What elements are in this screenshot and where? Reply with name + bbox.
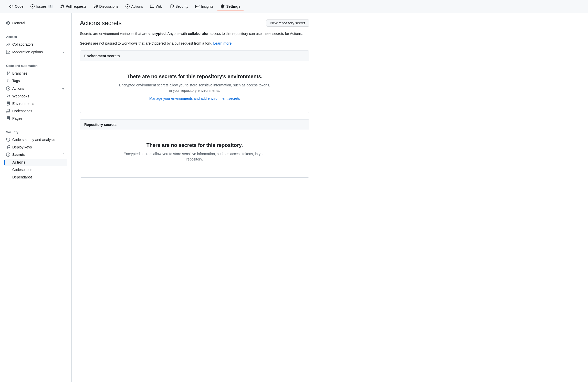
sidebar-divider-2 [4,59,67,59]
sidebar-item-pages[interactable]: Pages [4,115,67,122]
nav-actions-label: Actions [131,4,143,8]
access-section-label: Access [4,33,67,40]
description-para-1: Secrets are environment variables that a… [80,31,309,36]
repo-secrets-empty-title: There are no secrets for this repository… [86,142,303,148]
nav-insights[interactable]: Insights [192,2,216,11]
gear-icon [6,21,10,25]
pr-icon [60,4,64,8]
env-secrets-header: Environment secrets [80,51,309,61]
nav-discussions[interactable]: Discussions [91,2,122,11]
settings-icon [220,4,225,8]
sidebar-item-environments[interactable]: Environments [4,100,67,107]
secrets-actions-label: Actions [12,160,25,164]
sidebar-code-automation-section: Code and automation Branches Tags Action… [4,62,67,122]
security-icon [170,4,174,8]
sidebar-sub-item-secrets-actions[interactable]: Actions [4,159,67,166]
sidebar-item-branches[interactable]: Branches [4,70,67,77]
sidebar-security-section: Security Code security and analysis Depl… [4,128,67,181]
codespaces-icon [6,109,10,113]
people-icon [6,42,10,46]
collaborators-label: Collaborators [12,42,34,46]
nav-pr-label: Pull requests [66,4,87,8]
secrets-chevron-icon [61,153,65,157]
description-para-2: Secrets are not passed to workflows that… [80,41,309,46]
env-secrets-empty-title: There are no secrets for this repository… [86,74,303,79]
description-block-2: Secrets are not passed to workflows that… [80,41,309,46]
sidebar-item-deploy-keys[interactable]: Deploy keys [4,144,67,151]
sidebar-item-tags[interactable]: Tags [4,77,67,84]
codespaces-label: Codespaces [12,109,32,113]
active-indicator [4,160,5,165]
sidebar-divider-3 [4,125,67,125]
wiki-icon [150,4,154,8]
desc-text-1: Secrets are environment variables that a… [80,32,149,36]
nav-wiki[interactable]: Wiki [147,2,165,11]
sidebar-access-section: Access Collaborators Moderation options [4,33,67,56]
nav-security-label: Security [175,4,188,8]
sidebar-item-code-security[interactable]: Code security and analysis [4,136,67,143]
nav-code[interactable]: Code [6,2,26,11]
desc-fork-text: Secrets are not passed to workflows that… [80,41,213,45]
sidebar-sub-item-secrets-codespaces[interactable]: Codespaces [4,166,67,173]
code-automation-section-label: Code and automation [4,62,67,69]
actions-icon [125,4,130,8]
sidebar-item-actions[interactable]: Actions [4,85,67,92]
sidebar-item-webhooks[interactable]: Webhooks [4,93,67,100]
desc-encrypted: encrypted [149,32,166,36]
learn-more-link[interactable]: Learn more [213,41,232,45]
webhook-icon [6,94,10,98]
repo-secrets-empty-desc: Encrypted secrets allow you to store sen… [118,151,271,162]
repo-secrets-card: Repository secrets There are no secrets … [80,119,309,178]
desc-text-3: access to this repository can use these … [209,32,303,36]
webhooks-label: Webhooks [12,94,29,98]
nav-security[interactable]: Security [167,2,192,11]
security-section-label: Security [4,128,67,135]
deploy-keys-label: Deploy keys [12,145,32,149]
env-secrets-empty-desc: Encrypted environment secrets allow you … [118,83,271,93]
nav-code-label: Code [15,4,23,8]
code-security-icon [6,138,10,142]
nav-settings[interactable]: Settings [217,2,243,11]
new-repository-secret-button[interactable]: New repository secret [266,19,309,27]
sidebar-item-codespaces[interactable]: Codespaces [4,107,67,115]
page-header: Actions secrets New repository secret [80,19,309,27]
environments-label: Environments [12,102,34,106]
nav-pull-requests[interactable]: Pull requests [57,2,90,11]
pages-icon [6,116,10,120]
nav-settings-label: Settings [226,4,240,8]
sidebar-general-label: General [12,21,25,25]
environments-icon [6,102,10,106]
nav-issues[interactable]: Issues 3 [27,2,56,11]
actions-label: Actions [12,86,24,91]
secrets-codespaces-label: Codespaces [12,168,32,172]
secrets-icon [6,153,10,157]
sidebar-sub-item-secrets-dependabot[interactable]: Dependabot [4,174,67,181]
desc-period: . [232,41,233,45]
discussions-icon [94,4,98,8]
manage-environments-link[interactable]: Manage your environments and add environ… [149,96,240,100]
moderation-icon [6,50,10,54]
environment-secrets-card: Environment secrets There are no secrets… [80,51,309,113]
nav-actions[interactable]: Actions [122,2,146,11]
code-security-label: Code security and analysis [12,138,55,142]
description-block: Secrets are environment variables that a… [80,31,309,36]
sidebar-item-collaborators[interactable]: Collaborators [4,41,67,48]
actions-sidebar-icon [6,86,10,91]
nav-issues-label: Issues [36,4,46,8]
sidebar-item-general[interactable]: General [4,19,67,27]
main-content: Actions secrets New repository secret Se… [72,13,318,382]
sidebar: General Access Collaborators Moderation … [0,13,72,382]
sidebar-divider-1 [4,30,67,30]
nav-discussions-label: Discussions [99,4,119,8]
branches-label: Branches [12,71,27,75]
sidebar-item-moderation[interactable]: Moderation options [4,48,67,56]
nav-wiki-label: Wiki [156,4,162,8]
sidebar-item-secrets[interactable]: Secrets [4,151,67,158]
repo-secrets-header: Repository secrets [80,119,309,130]
desc-text-2: . Anyone with [166,32,188,36]
env-secrets-body: There are no secrets for this repository… [80,61,309,113]
top-nav: Code Issues 3 Pull requests Discussions … [0,0,588,13]
page-title: Actions secrets [80,19,122,27]
desc-collaborator: collaborator [188,32,209,36]
issue-icon [30,4,35,8]
